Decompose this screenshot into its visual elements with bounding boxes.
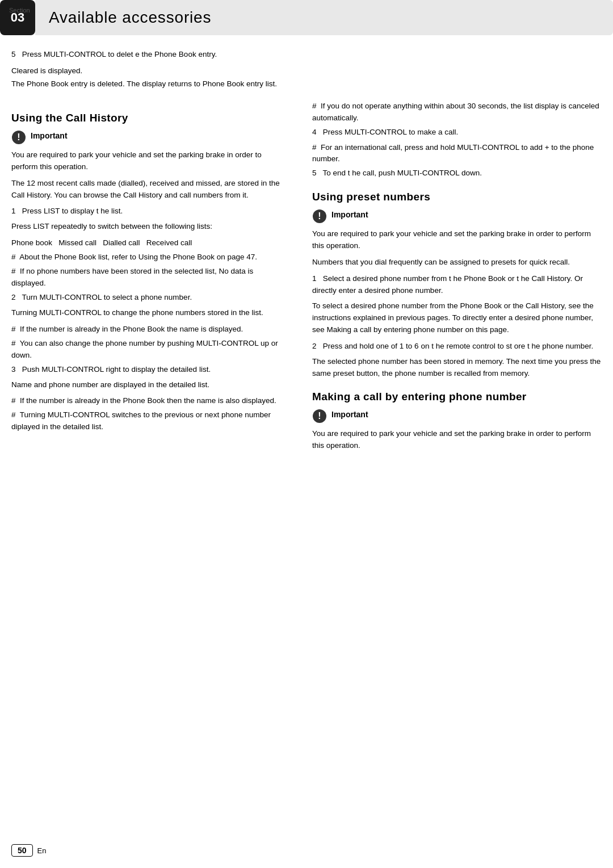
call-history-heading: Using the Call History (11, 112, 289, 124)
step2-number: 2 Turn MULTI-CONTROL to select a phone n… (11, 293, 192, 301)
call-history-important-note: You are required to park your vehicle an… (11, 149, 289, 173)
call-history-important-label: Important (31, 130, 68, 140)
call-history-step2-hash2: # You can also change the phone number b… (11, 338, 289, 362)
page-container: Section 03 Available accessories 5 Press… (0, 0, 613, 868)
page-title: Available accessories (49, 9, 211, 27)
preset-important-box: ! Important (312, 209, 602, 224)
step3-number: 3 Push MULTI-CONTROL right to display th… (11, 365, 211, 374)
preset-important-icon: ! (312, 209, 327, 224)
making-call-heading: Making a call by entering phone number (312, 391, 602, 403)
important-icon: ! (11, 130, 26, 145)
intro-section: 5 Press MULTI-CONTROL to delet e the Pho… (0, 49, 613, 100)
call-history-step2-hash1: # If the number is already in the Phone … (11, 324, 289, 336)
language-label: En (37, 846, 47, 855)
right-hash-r1: # If you do not operate anything within … (312, 100, 602, 124)
right-step4-number: 4 Press MULTI-CONTROL to make a call. (312, 128, 458, 136)
call-history-step1-detail: Press LIST repeatedly to switch between … (11, 221, 289, 233)
left-column: Using the Call History ! Important You a… (11, 100, 306, 457)
preset-numbers-heading: Using preset numbers (312, 191, 602, 203)
page-header: 03 Available accessories (0, 0, 613, 35)
right-step5-number: 5 To end t he call, push MULTI-CONTROL d… (312, 169, 482, 177)
call-history-hash1: # About the Phone Book list, refer to Us… (11, 251, 289, 263)
page-number: 50 (11, 844, 33, 857)
page-footer: 50 En (11, 844, 46, 857)
intro-step5-heading: 5 Press MULTI-CONTROL to delet e the Pho… (11, 49, 602, 61)
preset-step2-detail: The selected phone number has been store… (312, 356, 602, 380)
preset-step2-heading: 2 Press and hold one of 1 to 6 on t he r… (312, 341, 602, 353)
call-history-important-box: ! Important (11, 130, 289, 145)
call-history-step2-detail: Turning MULTI-CONTROL to change the phon… (11, 307, 289, 319)
preset-step2-number: 2 Press and hold one of 1 to 6 on t he r… (312, 342, 593, 350)
call-history-hash2: # If no phone numbers have been stored i… (11, 266, 289, 290)
right-step4-heading: 4 Press MULTI-CONTROL to make a call. (312, 127, 602, 139)
call-history-step2-heading: 2 Turn MULTI-CONTROL to select a phone n… (11, 292, 289, 304)
step1-number: 1 Press LIST to display t he list. (11, 207, 123, 215)
right-step4-hash: # For an international call, press and h… (312, 142, 602, 166)
step5-label: 5 Press MULTI-CONTROL to delet e the Pho… (11, 50, 217, 58)
making-call-important-box: ! Important (312, 409, 602, 423)
svg-text:!: ! (17, 132, 20, 142)
intro-step5-line2: Cleared is displayed. (11, 65, 602, 77)
making-call-important-label: Important (331, 409, 368, 419)
call-history-step3-detail: Name and phone number are displayed in t… (11, 379, 289, 391)
content-wrapper: Using the Call History ! Important You a… (0, 100, 613, 457)
call-history-step3-heading: 3 Push MULTI-CONTROL right to display th… (11, 364, 289, 376)
making-call-important-icon: ! (312, 409, 327, 423)
right-step5-heading: 5 To end t he call, push MULTI-CONTROL d… (312, 167, 602, 179)
call-history-step1-list: Phone book Missed call Dialled call Rece… (11, 237, 289, 249)
right-column: # If you do not operate anything within … (306, 100, 602, 457)
preset-important-note: You are required to park your vehicle an… (312, 228, 602, 252)
making-call-important-note: You are required to park your vehicle an… (312, 428, 602, 452)
call-history-step1-heading: 1 Press LIST to display t he list. (11, 206, 289, 217)
intro-step5-line3: The Phone Book entry is deleted. The dis… (11, 78, 602, 90)
call-history-para1: The 12 most recent calls made (dialled),… (11, 178, 289, 202)
section-label: Section (9, 3, 30, 15)
svg-text:!: ! (318, 411, 321, 421)
preset-step1-heading: 1 Select a desired phone number from t h… (312, 273, 602, 297)
header-title-bar: Available accessories (35, 0, 613, 35)
call-history-step3-hash1: # If the number is already in the Phone … (11, 395, 289, 407)
preset-important-label: Important (331, 209, 368, 219)
call-history-step3-hash2: # Turning MULTI-CONTROL switches to the … (11, 409, 289, 433)
preset-step1-number: 1 Select a desired phone number from t h… (312, 274, 583, 295)
preset-para1: Numbers that you dial frequently can be … (312, 257, 602, 269)
preset-step1-detail: To select a desired phone number from th… (312, 300, 602, 336)
svg-text:!: ! (318, 211, 321, 221)
